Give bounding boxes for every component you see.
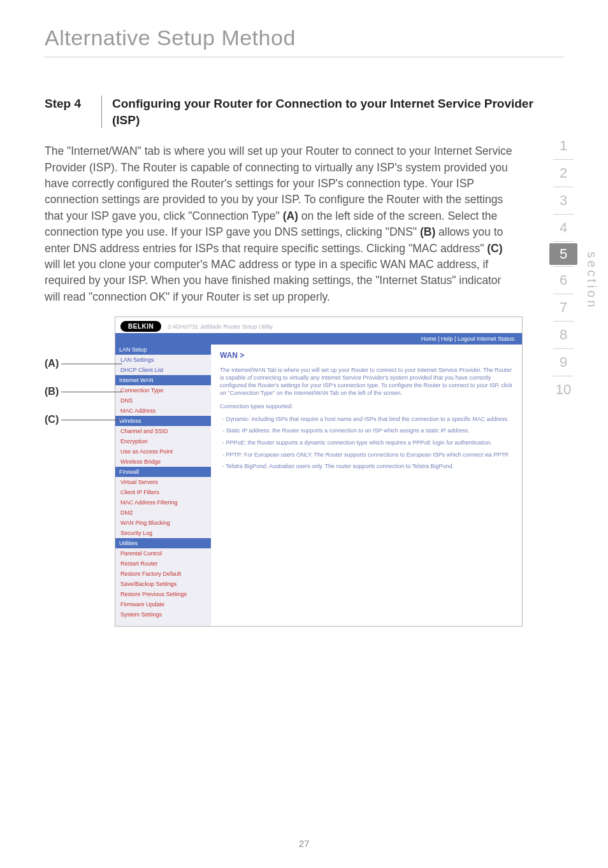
sb-head-lan: LAN Setup [115,345,211,355]
sb-dhcp-client-list[interactable]: DHCP Client List [115,365,211,375]
chapter-title: Alternative Setup Method [45,25,563,50]
sb-parental-control[interactable]: Parental Control [115,548,211,559]
sb-connection-type[interactable]: Connection Type [115,385,211,395]
sb-head-wireless: Wireless [115,416,211,426]
section-label: section [584,252,599,309]
admin-header: BELKIN 2.4GHz/731 Jetblade Router Setup … [115,317,522,333]
sb-virtual-servers[interactable]: Virtual Servers [115,477,211,487]
admin-sidebar: LAN Setup LAN Settings DHCP Client List … [115,345,211,626]
nav-2: 2 [544,161,583,185]
body-paragraph: The "Internet/WAN" tab is where you will… [45,143,516,305]
nav-5-current: 5 [549,243,577,265]
callouts: (A) (B) (C) [45,355,122,429]
sb-wireless-bridge[interactable]: Wireless Bridge [115,457,211,467]
wan-title: WAN > [220,351,513,360]
sb-head-firewall: Firewall [115,467,211,477]
sb-channel-ssid[interactable]: Channel and SSID [115,426,211,436]
admin-bluebar: Home | Help | Logout Internet Status: [115,333,522,345]
wan-item-static: Static IP address: the Router supports a… [229,427,513,435]
admin-main: WAN > The Internet/WAN Tab is where you … [211,345,522,626]
sb-client-ip-filters[interactable]: Client IP Filters [115,487,211,497]
sb-access-point[interactable]: Use as Access Point [115,446,211,457]
nav-3: 3 [544,189,583,213]
page-number: 27 [0,838,608,849]
sb-wan-ping-blocking[interactable]: WAN Ping Blocking [115,518,211,528]
wan-item-telstra: Telstra BigPond: Australian users only. … [229,462,513,471]
sb-restore-factory[interactable]: Restore Factory Default [115,569,211,579]
sb-encryption[interactable]: Encryption [115,436,211,446]
router-admin-window: BELKIN 2.4GHz/731 Jetblade Router Setup … [115,317,523,627]
wan-item-pptp: PPTP: For European users ONLY. The Route… [229,451,513,459]
sb-lan-settings[interactable]: LAN Settings [115,355,211,365]
sb-dns[interactable]: DNS [115,395,211,406]
admin-header-text: 2.4GHz/731 Jetblade Router Setup Utility [168,324,273,330]
sb-system-settings[interactable]: System Settings [115,609,211,620]
callout-a: (A) [45,355,122,373]
divider [45,57,563,57]
sb-restore-previous[interactable]: Restore Previous Settings [115,589,211,599]
nav-4: 4 [544,216,583,240]
sb-mac-address[interactable]: MAC Address [115,406,211,416]
sb-security-log[interactable]: Security Log [115,528,211,538]
step-label: Step 4 [45,96,102,128]
sb-mac-filtering[interactable]: MAC Address Filtering [115,497,211,508]
figure: (A) (B) (C) BELKIN 2.4GHz/731 Jetblade R… [115,317,563,627]
callout-b: (B) [45,383,122,401]
wan-sub: Connection types supported: [220,402,513,410]
callout-c: (C) [45,411,122,429]
nav-6: 6 [544,268,583,292]
sb-head-utilities: Utilities [115,538,211,548]
sb-save-backup[interactable]: Save/Backup Settings [115,579,211,589]
sb-firmware-update[interactable]: Firmware Update [115,599,211,609]
brand-logo: BELKIN [120,321,161,332]
wan-item-dynamic: Dynamic: including ISPs that require a h… [229,415,513,423]
nav-1: 1 [544,134,583,158]
sb-dmz[interactable]: DMZ [115,508,211,518]
wan-item-pppoe: PPPoE: the Router supports a dynamic con… [229,439,513,447]
sb-restart-router[interactable]: Restart Router [115,559,211,569]
wan-intro: The Internet/WAN Tab is where you will s… [220,366,513,397]
step-title: Configuring your Router for Connection t… [112,96,563,128]
sb-head-wan: Internet WAN [115,375,211,385]
